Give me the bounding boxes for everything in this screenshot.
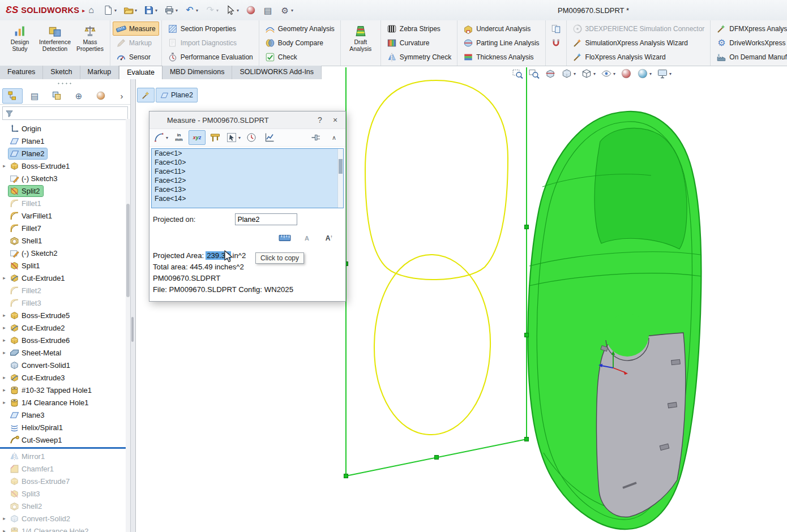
graph-button[interactable] [261, 130, 278, 145]
measure-button[interactable]: Measure [113, 22, 159, 36]
history-button[interactable] [243, 130, 260, 145]
show-ruler-button[interactable] [276, 231, 293, 246]
face-list-item[interactable]: Face<12> [152, 176, 343, 185]
dropdown-caret-icon[interactable]: ▾ [238, 135, 241, 140]
dropdown-caret-icon[interactable]: ▾ [613, 71, 615, 76]
options-button[interactable]: ⚙▾ [279, 4, 294, 16]
dropdown-caret-icon[interactable]: ▾ [216, 8, 219, 13]
tree-filter[interactable] [2, 106, 128, 120]
displaymanager-tab[interactable] [91, 88, 111, 104]
tree-item-plane2[interactable]: Plane2 [0, 147, 126, 160]
import-diagnostics-button[interactable]: Import Diagnostics [164, 36, 256, 50]
dropdown-caret-icon[interactable]: ▾ [166, 135, 168, 140]
dfmxpress-analysis-wizard-button[interactable]: DFMXpress Analysis Wizard [713, 22, 787, 36]
driveworksxpress-wizard-button[interactable]: ⚙DriveWorksXpress Wizard [713, 36, 787, 50]
collapse-button[interactable]: ∧ [326, 130, 343, 145]
tree-item-cut-extrude2[interactable]: ▸Cut-Extrude2 [0, 321, 126, 334]
tab-sketch[interactable]: Sketch [43, 66, 80, 79]
expand-arrow-icon[interactable]: ▸ [0, 337, 8, 343]
plane-vertex-points[interactable] [344, 225, 529, 478]
units-button[interactable]: inmm [170, 130, 187, 145]
tab-markup[interactable]: Markup [80, 66, 119, 79]
on-demand-manufacturing-button[interactable]: On Demand Manufacturing [713, 50, 787, 65]
dropdown-caret-icon[interactable]: ▾ [196, 8, 198, 13]
stacked-documents-button[interactable] [548, 22, 564, 36]
undo-button[interactable]: ↶▾ [183, 4, 199, 16]
touch-mode-button[interactable] [245, 4, 257, 16]
dropdown-caret-icon[interactable]: ▾ [291, 8, 293, 13]
hide-show-items-button[interactable]: ▾ [600, 67, 617, 80]
tab-features[interactable]: Features [0, 66, 43, 79]
expand-arrow-icon[interactable]: ▸ [0, 516, 8, 521]
tree-item-sketch3[interactable]: (-) Sketch3 [0, 172, 126, 185]
tab-evaluate[interactable]: Evaluate [119, 66, 162, 79]
tree-item-shell2[interactable]: Shell2 [0, 500, 126, 512]
simulationxpress-analysis-wizard-button[interactable]: SimulationXpress Analysis Wizard [569, 36, 708, 50]
breadcrumb-plane-chip[interactable]: Plane2 [156, 88, 198, 102]
tree-item-cut-sweep1[interactable]: Cut-Sweep1 [0, 434, 126, 446]
select-arrow-button[interactable]: ▾ [224, 4, 240, 16]
tree-item-plane1[interactable]: Plane1 [0, 135, 126, 147]
measure-dialog[interactable]: Measure - PM009670.SLDPRT ? × ▾inmmxyz▾∧… [149, 111, 346, 302]
tree-item-sketch2[interactable]: (-) Sketch2 [0, 247, 126, 259]
apply-scene-button[interactable]: ▾ [636, 67, 653, 80]
redo-button[interactable]: ↷▾ [204, 4, 220, 16]
tree-item-boss-extrude5[interactable]: ▸Boss-Extrude5 [0, 309, 126, 321]
tree-item-cut-extrude1[interactable]: ▸Cut-Extrude1 [0, 272, 126, 284]
dropdown-caret-icon[interactable]: ▾ [135, 8, 137, 13]
xyz-button[interactable]: xyz [189, 130, 206, 145]
tree-scrollbar[interactable] [126, 119, 130, 532]
face-list-item[interactable]: Face<1> [152, 149, 343, 158]
tree-item-fillet1[interactable]: Fillet1 [0, 197, 126, 209]
zoom-to-area-button[interactable] [527, 67, 541, 80]
home-button[interactable]: ⌂ [85, 4, 97, 16]
tree-item-varfillet1[interactable]: VarFillet1 [0, 209, 126, 222]
tree-item-boss-extrude7[interactable]: Boss-Extrude7 [0, 475, 126, 487]
model-body[interactable] [528, 111, 701, 529]
panel-expand-tab[interactable]: › [116, 88, 128, 104]
zebra-stripes-button[interactable]: Zebra Stripes [383, 22, 455, 36]
tree-item-fillet2[interactable]: Fillet2 [0, 284, 126, 297]
tree-item-chamfer1[interactable]: Chamfer1 [0, 462, 126, 475]
list-scrollbar[interactable] [337, 149, 343, 208]
tab-solidworks-add-ins[interactable]: SOLIDWORKS Add-Ins [232, 66, 322, 79]
undercut-analysis-button[interactable]: Undercut Analysis [460, 22, 542, 36]
dropdown-caret-icon[interactable]: ▾ [574, 71, 576, 76]
breadcrumb-feature-chip[interactable] [137, 88, 155, 102]
tree-item-split1[interactable]: Split1 [0, 259, 126, 272]
featuremanager-tab[interactable] [2, 88, 23, 104]
reference-plane-plane2[interactable] [346, 67, 527, 476]
tree-item-10-32-tapped-hole1[interactable]: ▸#10-32 Tapped Hole1 [0, 384, 126, 396]
tree-item-boss-extrude1[interactable]: ▸Boss-Extrude1 [0, 160, 126, 172]
expand-arrow-icon[interactable]: ▸ [0, 312, 8, 318]
new-document-button[interactable]: ▾ [102, 4, 118, 16]
section-properties-button[interactable]: Section Properties [164, 22, 256, 36]
rollback-bar[interactable] [0, 447, 126, 449]
task-list-button[interactable]: ▤ [262, 4, 274, 16]
tree-item-plane3[interactable]: Plane3 [0, 409, 126, 421]
text-large-button[interactable]: A↑ [320, 231, 337, 246]
face-list-item[interactable]: Face<10> [152, 158, 343, 167]
view-settings-button[interactable]: ▾ [656, 67, 673, 80]
projected-sketch-outline[interactable] [365, 80, 508, 435]
edit-appearance-button[interactable] [619, 67, 633, 80]
expand-arrow-icon[interactable]: ▸ [0, 350, 8, 355]
draft-analysis-button[interactable]: Draft Analysis [343, 22, 378, 65]
zoom-to-fit-button[interactable] [511, 67, 524, 80]
expand-arrow-icon[interactable]: ▸ [0, 375, 8, 380]
tree-item-1-4-clearance-hole2[interactable]: ▸1/4 Clearance Hole2 [0, 525, 126, 532]
design-study-button[interactable]: Design Study [2, 22, 37, 65]
save-button[interactable]: ▾ [143, 4, 159, 16]
markup-button[interactable]: Markup [113, 36, 159, 50]
dropdown-caret-icon[interactable]: ▾ [155, 8, 157, 13]
face-list-item[interactable]: Face<13> [152, 185, 343, 194]
display-style-button[interactable]: ▾ [580, 67, 597, 80]
geometry-analysis-button[interactable]: Geometry Analysis [262, 22, 338, 36]
splitter-handle-icon[interactable] [131, 317, 134, 342]
parting-line-analysis-button[interactable]: Parting Line Analysis [460, 36, 542, 50]
expand-arrow-icon[interactable]: ▸ [0, 275, 8, 281]
expand-arrow-icon[interactable]: ▸ [0, 163, 8, 169]
dropdown-caret-icon[interactable]: ▾ [176, 8, 178, 13]
expand-arrow-icon[interactable]: ▸ [0, 325, 8, 331]
symmetry-check-button[interactable]: Symmetry Check [383, 50, 455, 65]
